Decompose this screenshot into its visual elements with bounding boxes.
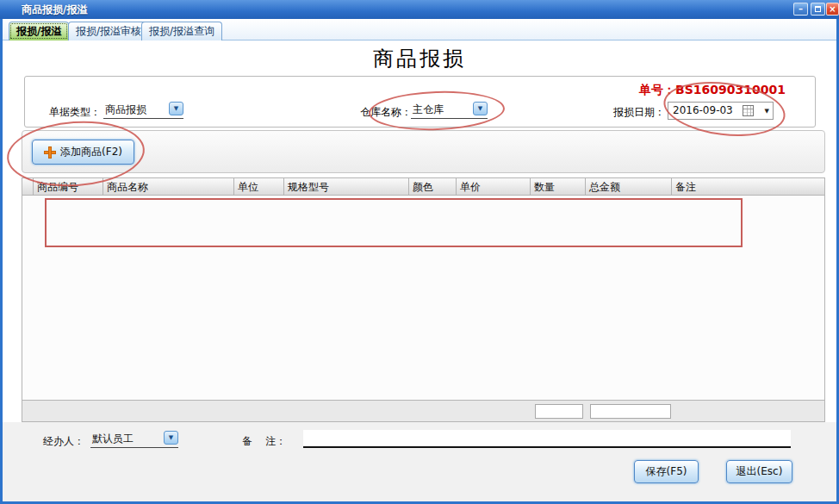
close-icon: ×	[829, 4, 836, 14]
doc-type-label: 单据类型：	[49, 105, 101, 120]
doc-number: 单号：BS16090310001	[639, 83, 786, 98]
grid-header-quantity: 数量	[531, 177, 586, 196]
maximize-button[interactable]	[811, 3, 825, 16]
operator-dropdown-button[interactable]: ▼	[164, 431, 178, 445]
date-value: 2016-09-03	[673, 103, 733, 119]
date-picker[interactable]: 2016-09-03 ▼	[668, 102, 774, 120]
chevron-down-icon: ▼	[765, 108, 769, 115]
grid-header-spec: 规格型号	[284, 177, 409, 196]
operator-combobox[interactable]: 默认员工 ▼	[90, 431, 178, 448]
doc-number-value: BS16090310001	[675, 83, 786, 96]
window-title: 商品报损/报溢	[22, 0, 87, 19]
doc-type-combobox[interactable]: 商品报损 ▼	[103, 102, 183, 119]
grid-header-unit-price: 单价	[457, 177, 531, 196]
doc-number-label: 单号：	[639, 83, 675, 96]
warehouse-dropdown-button[interactable]: ▼	[473, 102, 488, 115]
doc-type-dropdown-button[interactable]: ▼	[169, 102, 183, 115]
calendar-icon	[743, 105, 754, 116]
grid-header-product-name: 商品名称	[103, 177, 234, 196]
window-border-left	[0, 0, 3, 504]
minimize-icon: –	[799, 4, 803, 14]
minimize-button[interactable]: –	[793, 3, 808, 16]
add-product-label: 添加商品(F2)	[60, 145, 122, 159]
tab-baosun-baoyi[interactable]: 报损/报溢	[9, 22, 69, 40]
app-window: 商品报损/报溢 – × 报损/报溢 报损/报溢审核 报损/报溢查询 商品报损 单…	[0, 0, 839, 504]
grid-header-total-amount: 总金额	[586, 177, 672, 196]
page-title: 商品报损	[0, 45, 839, 72]
chevron-down-icon: ▼	[165, 432, 177, 444]
maximize-icon	[815, 6, 821, 12]
grid-header-selector	[22, 177, 34, 196]
save-button[interactable]: 保存(F5)	[634, 460, 699, 483]
date-label: 报损日期：	[613, 105, 665, 120]
doc-type-value: 商品报损	[103, 102, 146, 117]
plus-icon	[44, 146, 56, 159]
remark-label: 备 注：	[242, 434, 286, 449]
chevron-down-icon: ▼	[474, 103, 487, 115]
warehouse-value: 主仓库	[411, 102, 444, 117]
tab-strip: 报损/报溢 报损/报溢审核 报损/报溢查询	[3, 19, 836, 40]
tab-baosun-shenhe[interactable]: 报损/报溢审核	[68, 22, 149, 40]
operator-value: 默认员工	[90, 431, 134, 446]
operator-label: 经办人：	[43, 434, 84, 449]
toolbar	[22, 130, 825, 173]
grid-header-product-code: 商品编号	[34, 177, 103, 196]
amount-total-box	[590, 404, 671, 419]
tab-baosun-chaxun[interactable]: 报损/报溢查询	[141, 22, 222, 40]
grid-body-empty	[22, 196, 825, 400]
quantity-total-box	[535, 404, 583, 419]
grid-header-color: 颜色	[409, 177, 457, 196]
grid-summary-bar	[22, 400, 825, 422]
remark-input[interactable]	[303, 430, 791, 448]
grid-header-row: 商品编号 商品名称 单位 规格型号 颜色 单价 数量 总金额 备注	[22, 177, 825, 196]
grid-header-remark: 备注	[672, 177, 825, 196]
grid-header-unit: 单位	[234, 177, 284, 196]
close-button[interactable]: ×	[826, 3, 839, 16]
chevron-down-icon: ▼	[170, 103, 183, 115]
title-bar[interactable]: 商品报损/报溢	[0, 0, 839, 19]
warehouse-combobox[interactable]: 主仓库 ▼	[411, 102, 488, 119]
add-product-button[interactable]: 添加商品(F2)	[32, 140, 134, 165]
warehouse-label: 仓库名称：	[360, 105, 412, 120]
exit-button[interactable]: 退出(Esc)	[726, 460, 792, 483]
